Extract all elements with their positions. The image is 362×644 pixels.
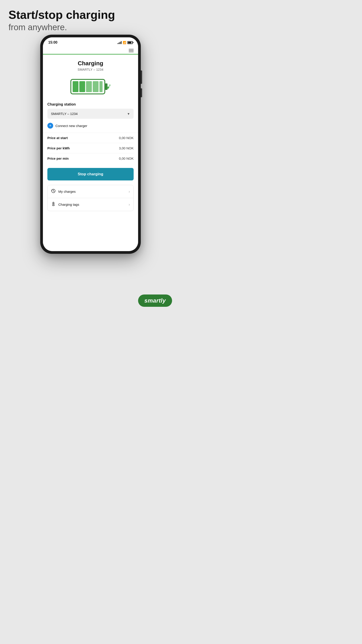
chevron-down-icon: ▼	[127, 112, 130, 116]
status-icons: 📶	[117, 41, 133, 44]
battery-icon	[127, 41, 133, 44]
hamburger-menu-icon[interactable]	[129, 49, 134, 52]
charging-station-label: Charging station	[47, 102, 134, 106]
svg-rect-5	[93, 81, 98, 92]
chevron-right-icon-2: ›	[129, 202, 130, 206]
chevron-right-icon: ›	[129, 190, 130, 194]
charging-tags-label: Charging tags	[58, 202, 79, 206]
main-title: Start/stop charging	[8, 8, 173, 21]
battery-animation	[43, 75, 138, 102]
svg-rect-3	[79, 81, 85, 92]
price-at-start-label: Price at start	[47, 136, 68, 140]
price-row-kwh: Price per kWh 3,00 NOK	[47, 143, 134, 154]
svg-rect-4	[86, 81, 92, 92]
station-section: Charging station SMARTLY – 1234 ▼ + Conn…	[43, 102, 138, 132]
price-per-kwh-label: Price per kWh	[47, 146, 70, 150]
charging-header: Charging SMARTLY – 1234	[43, 54, 138, 75]
charging-title: Charging	[47, 60, 134, 67]
charging-subtitle: SMARTLY – 1234	[47, 68, 134, 71]
station-dropdown[interactable]: SMARTLY – 1234 ▼	[47, 109, 134, 119]
header-section: Start/stop charging from anywhere.	[8, 8, 173, 32]
status-bar: 15:00 📶	[43, 37, 138, 46]
history-icon	[51, 189, 56, 194]
menu-items-container: My charges ›	[47, 185, 134, 211]
wifi-icon: 📶	[123, 41, 126, 44]
price-per-min-value: 0,00 NOK	[119, 156, 134, 160]
app-content: Charging SMARTLY – 1234	[43, 54, 138, 251]
connect-new-charger-label: Connect new charger	[55, 124, 87, 128]
price-per-kwh-value: 3,00 NOK	[119, 146, 134, 150]
phone-outer: 15:00 📶	[40, 35, 141, 254]
svg-rect-6	[99, 81, 103, 92]
my-charges-label: My charges	[58, 190, 76, 194]
price-row-start: Price at start 0,00 NOK	[47, 133, 134, 143]
app-header	[43, 46, 138, 54]
price-table: Price at start 0,00 NOK Price per kWh 3,…	[43, 132, 138, 164]
charging-tag-icon	[51, 202, 56, 207]
sub-title: from anywhere.	[8, 22, 173, 32]
phone-mockup: 15:00 📶	[40, 35, 141, 254]
smartly-badge: smartly	[138, 294, 172, 307]
price-row-min: Price per min 0,00 NOK	[47, 154, 134, 164]
price-at-start-value: 0,00 NOK	[119, 136, 134, 140]
my-charges-menu-item[interactable]: My charges ›	[48, 185, 133, 198]
signal-icon	[117, 41, 122, 44]
dropdown-value: SMARTLY – 1234	[51, 112, 77, 116]
svg-rect-2	[73, 81, 78, 92]
phone-inner: 15:00 📶	[43, 37, 138, 251]
connect-new-charger-row[interactable]: + Connect new charger	[47, 122, 134, 132]
price-per-min-label: Price per min	[47, 156, 69, 160]
stop-charging-button[interactable]: Stop charging	[47, 168, 134, 180]
charging-tags-menu-item[interactable]: Charging tags ›	[48, 198, 133, 211]
status-time: 15:00	[48, 40, 57, 44]
battery-visual	[70, 77, 111, 96]
svg-rect-1	[105, 84, 107, 90]
plus-circle-icon: +	[47, 123, 53, 128]
